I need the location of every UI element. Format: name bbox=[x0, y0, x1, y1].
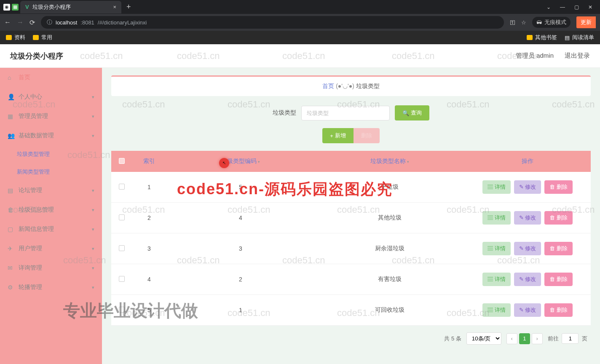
chevron-down-icon: ▾ bbox=[92, 285, 94, 290]
sidebar-item-home[interactable]: ⌂首页 bbox=[0, 68, 102, 87]
data-icon: 👥 bbox=[8, 132, 14, 139]
detail-button[interactable]: ▤ 详情 bbox=[482, 303, 511, 317]
mail-icon: ✉ bbox=[8, 265, 14, 271]
row-checkbox[interactable] bbox=[119, 307, 125, 313]
edit-button[interactable]: ✎ 修改 bbox=[514, 211, 541, 225]
current-user[interactable]: 管理员 admin bbox=[516, 52, 554, 60]
logout-link[interactable]: 退出登录 bbox=[565, 52, 590, 60]
detail-button[interactable]: ▤ 详情 bbox=[482, 273, 511, 286]
cell-index: 3 bbox=[132, 233, 166, 264]
page-size-select[interactable]: 10条/页 bbox=[466, 332, 501, 345]
url-path: /#/dictionaryLajixinxi bbox=[98, 19, 147, 26]
detail-button[interactable]: ▤ 详情 bbox=[482, 242, 511, 255]
th-code[interactable]: 垃圾类型编码 bbox=[166, 151, 315, 172]
url-input[interactable]: ⓘ localhost:8081/#/dictionaryLajixinxi bbox=[41, 16, 504, 29]
bookmark-folder-2[interactable]: 常用 bbox=[33, 34, 52, 41]
cell-index: 4 bbox=[132, 264, 166, 295]
browser-tab-bar: ◉ ▦ V 垃圾分类小程序 × + ⌄ — ▢ ✕ bbox=[0, 0, 600, 14]
sidebar: ⌂首页 👤个人中心▾ ▦管理员管理▾ 👥基础数据管理▾ 垃圾类型管理 新闻类型管… bbox=[0, 68, 102, 364]
sidebar-item-personal[interactable]: 👤个人中心▾ bbox=[0, 87, 102, 107]
th-index: 索引 bbox=[132, 151, 166, 172]
sidebar-item-trash-info[interactable]: 🗑垃圾信息管理▾ bbox=[0, 200, 102, 219]
search-label: 垃圾类型 bbox=[273, 109, 296, 117]
sidebar-item-basedata[interactable]: 👥基础数据管理▾ bbox=[0, 126, 102, 145]
sidebar-item-comment[interactable]: ✉详询管理▾ bbox=[0, 258, 102, 278]
other-bookmarks[interactable]: 其他书签 bbox=[527, 34, 557, 41]
edit-button[interactable]: ✎ 修改 bbox=[514, 273, 541, 286]
cell-name: 干垃圾 bbox=[315, 172, 464, 203]
sidebar-sub-trash-type[interactable]: 垃圾类型管理 bbox=[0, 145, 102, 163]
back-icon[interactable]: ← bbox=[4, 19, 11, 26]
update-button[interactable]: 更新 bbox=[576, 16, 596, 28]
chevron-down-icon[interactable]: ⌄ bbox=[546, 4, 551, 10]
page-next[interactable]: › bbox=[532, 333, 543, 344]
star-icon[interactable]: ☆ bbox=[521, 19, 526, 26]
row-checkbox[interactable] bbox=[119, 276, 125, 282]
table-row: 2 4 其他垃圾 ▤ 详情 ✎ 修改 🗑 删除 bbox=[111, 203, 591, 233]
page-jump-input[interactable] bbox=[562, 333, 579, 344]
action-row: +新增 删除 bbox=[111, 128, 591, 143]
app-title: 垃圾分类小程序 bbox=[10, 51, 63, 61]
cell-code: 3 bbox=[166, 233, 315, 264]
reload-icon[interactable]: ⟳ bbox=[29, 19, 35, 27]
detail-button[interactable]: ▤ 详情 bbox=[482, 180, 511, 194]
delete-button[interactable]: 🗑 删除 bbox=[544, 303, 573, 317]
cell-index: 5 bbox=[132, 295, 166, 326]
add-button[interactable]: +新增 bbox=[322, 128, 354, 143]
minimize-icon[interactable]: — bbox=[560, 4, 565, 10]
table-row: 4 2 有害垃圾 ▤ 详情 ✎ 修改 🗑 删除 bbox=[111, 264, 591, 295]
close-tab-icon[interactable]: × bbox=[113, 4, 116, 10]
tab-fav-2: ▦ bbox=[12, 4, 19, 11]
key-icon[interactable]: ⚿ bbox=[510, 19, 515, 26]
edit-button[interactable]: ✎ 修改 bbox=[514, 303, 541, 317]
detail-button[interactable]: ▤ 详情 bbox=[482, 211, 511, 225]
sidebar-item-route[interactable]: ⚙轮播管理▾ bbox=[0, 278, 102, 297]
th-checkbox[interactable] bbox=[111, 151, 132, 172]
data-table: 索引 垃圾类型编码 垃圾类型名称 操作 1 5 干垃圾 ▤ 详情 ✎ 修改 🗑 … bbox=[111, 151, 591, 326]
browser-tab[interactable]: V 垃圾分类小程序 × bbox=[20, 1, 121, 13]
admin-icon: ▦ bbox=[8, 113, 14, 120]
reading-list[interactable]: ▤阅读清单 bbox=[565, 34, 594, 41]
delete-batch-button[interactable]: 删除 bbox=[354, 128, 380, 143]
breadcrumb-current: 垃圾类型 bbox=[356, 83, 380, 89]
edit-button[interactable]: ✎ 修改 bbox=[514, 242, 541, 255]
delete-button[interactable]: 🗑 删除 bbox=[544, 180, 573, 194]
cell-code: 5 bbox=[166, 172, 315, 203]
delete-button[interactable]: 🗑 删除 bbox=[544, 211, 573, 225]
search-button[interactable]: 🔍查询 bbox=[395, 105, 429, 120]
new-tab-button[interactable]: + bbox=[121, 0, 136, 14]
gear-icon: ⚙ bbox=[8, 284, 14, 291]
chevron-down-icon: ▾ bbox=[92, 207, 94, 213]
th-name[interactable]: 垃圾类型名称 bbox=[315, 151, 464, 172]
page-prev[interactable]: ‹ bbox=[506, 333, 517, 344]
sidebar-sub-news-type[interactable]: 新闻类型管理 bbox=[0, 163, 102, 181]
sidebar-item-news-info[interactable]: ▢新闻信息管理▾ bbox=[0, 219, 102, 239]
chevron-down-icon: ▾ bbox=[92, 265, 94, 271]
delete-button[interactable]: 🗑 删除 bbox=[544, 273, 573, 286]
sidebar-item-user-mgmt[interactable]: ✈用户管理▾ bbox=[0, 239, 102, 258]
plus-icon: + bbox=[330, 133, 333, 139]
sidebar-item-forum[interactable]: ▤论坛管理▾ bbox=[0, 181, 102, 200]
trash-icon: 🗑 bbox=[8, 206, 14, 213]
maximize-icon[interactable]: ▢ bbox=[574, 4, 579, 10]
breadcrumb-home[interactable]: 首页 bbox=[322, 83, 334, 89]
cell-name: 可回收垃圾 bbox=[315, 295, 464, 326]
app-header: 垃圾分类小程序 管理员 admin 退出登录 bbox=[0, 44, 600, 68]
delete-button[interactable]: 🗑 删除 bbox=[544, 242, 573, 255]
close-window-icon[interactable]: ✕ bbox=[588, 4, 592, 10]
row-checkbox[interactable] bbox=[119, 184, 125, 190]
search-input[interactable] bbox=[301, 106, 390, 120]
cell-code: 4 bbox=[166, 203, 315, 233]
bookmark-folder-1[interactable]: 资料 bbox=[6, 34, 25, 41]
chevron-down-icon: ▾ bbox=[92, 227, 94, 232]
edit-button[interactable]: ✎ 修改 bbox=[514, 180, 541, 194]
address-bar: ← → ⟳ ⓘ localhost:8081/#/dictionaryLajix… bbox=[0, 14, 600, 31]
list-icon: ▤ bbox=[565, 35, 570, 41]
page-num-1[interactable]: 1 bbox=[519, 333, 530, 344]
pagination: 共 5 条 10条/页 ‹ 1 › 前往 页 bbox=[111, 326, 591, 351]
sidebar-item-admin[interactable]: ▦管理员管理▾ bbox=[0, 107, 102, 126]
cell-code: 2 bbox=[166, 264, 315, 295]
row-checkbox[interactable] bbox=[119, 245, 125, 251]
forward-icon[interactable]: → bbox=[17, 19, 24, 26]
row-checkbox[interactable] bbox=[119, 214, 125, 220]
